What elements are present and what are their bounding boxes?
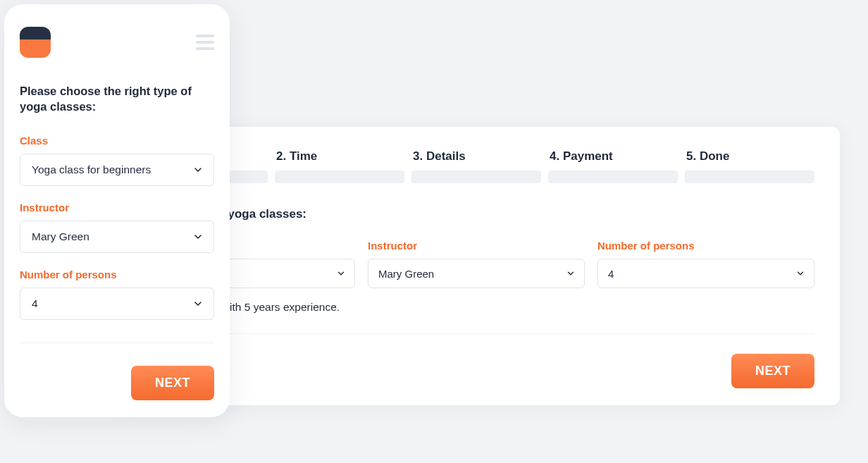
mobile-field-class: Class Yoga class for beginners <box>20 135 214 186</box>
chevron-down-icon <box>192 298 204 309</box>
step-label: 4. Payment <box>548 149 678 163</box>
step-time[interactable]: 2. Time <box>275 149 404 183</box>
chevron-down-icon <box>192 231 204 242</box>
next-button[interactable]: NEXT <box>131 366 214 400</box>
persons-select[interactable]: 4 <box>597 259 814 288</box>
mobile-header <box>20 27 214 58</box>
step-progress-bar <box>275 171 404 183</box>
step-done[interactable]: 5. Done <box>685 149 814 183</box>
step-progress-bar <box>411 171 541 183</box>
stepper: 1. Class 2. Time 3. Details 4. Payment 5… <box>138 149 814 183</box>
step-details[interactable]: 3. Details <box>411 149 541 183</box>
chevron-down-icon <box>795 268 805 278</box>
step-payment[interactable]: 4. Payment <box>548 149 678 183</box>
desktop-field-instructor: Instructor Mary Green <box>368 240 585 288</box>
step-label: 5. Done <box>685 149 814 163</box>
field-label: Number of persons <box>597 240 814 252</box>
chevron-down-icon <box>566 268 576 278</box>
mobile-form-card: Please choose the right type of yoga cla… <box>4 4 230 417</box>
select-value: 4 <box>608 268 614 280</box>
desktop-footer: NEXT <box>138 333 814 388</box>
instructor-note: ied yoga teacher with 5 years experience… <box>138 301 814 314</box>
desktop-prompt: he right type of yoga classes: <box>138 207 814 221</box>
step-progress-bar <box>685 171 814 183</box>
persons-select[interactable]: 4 <box>20 288 214 320</box>
instructor-select[interactable]: Mary Green <box>20 221 214 253</box>
mobile-field-instructor: Instructor Mary Green <box>20 202 214 253</box>
select-value: Mary Green <box>32 230 89 243</box>
chevron-down-icon <box>192 164 204 175</box>
mobile-footer: NEXT <box>20 342 214 400</box>
next-button[interactable]: NEXT <box>731 354 814 388</box>
desktop-fields-row: Class beginners Instructor Mary Green Nu… <box>138 240 814 288</box>
desktop-field-persons: Number of persons 4 <box>597 240 814 288</box>
field-label: Instructor <box>20 202 214 214</box>
menu-icon[interactable] <box>196 35 214 50</box>
field-label: Instructor <box>368 240 585 252</box>
field-label: Number of persons <box>20 268 214 280</box>
app-logo <box>20 27 51 58</box>
step-progress-bar <box>548 171 678 183</box>
select-value: Mary Green <box>378 268 434 280</box>
chevron-down-icon <box>336 268 346 278</box>
step-label: 3. Details <box>411 149 541 163</box>
select-value: Yoga class for beginners <box>32 163 151 176</box>
field-label: Class <box>20 135 214 147</box>
step-label: 2. Time <box>275 149 404 163</box>
instructor-select[interactable]: Mary Green <box>368 259 585 288</box>
mobile-prompt: Please choose the right type of yoga cla… <box>20 83 214 115</box>
select-value: 4 <box>32 297 38 310</box>
mobile-field-persons: Number of persons 4 <box>20 268 214 320</box>
class-select[interactable]: Yoga class for beginners <box>20 154 214 186</box>
